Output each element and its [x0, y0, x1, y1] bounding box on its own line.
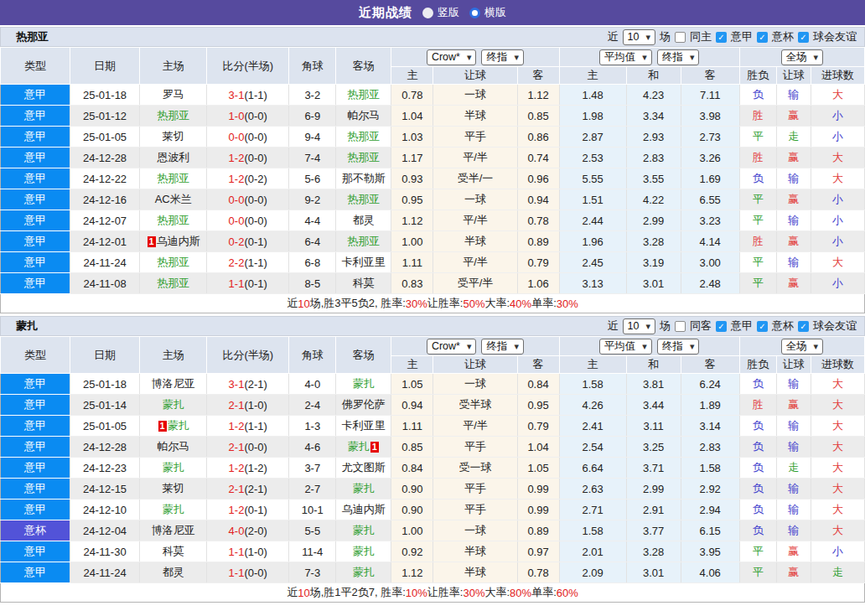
- summary-stat-value: 30%: [463, 587, 484, 599]
- filter-checkbox-0[interactable]: ✓: [716, 32, 727, 43]
- average-group-header: 平均值▾ 终指▾: [559, 48, 739, 67]
- summary-stat-value: 30%: [557, 298, 578, 310]
- goals-result-cell: 大: [811, 374, 864, 395]
- bookmaker-select[interactable]: Crow*▾: [427, 49, 477, 65]
- away-team-name: 蒙扎: [348, 440, 370, 453]
- summary-stat-value: 80%: [510, 587, 531, 599]
- home-odds-cell: 0.95: [391, 189, 433, 210]
- fulltime-select[interactable]: 全场▾: [781, 339, 824, 355]
- filter-checkbox-2[interactable]: ✓: [798, 32, 809, 43]
- score-cell: 1-2(0-1): [207, 500, 289, 520]
- red-card-badge: 1: [148, 236, 156, 247]
- radio-vertical-icon[interactable]: [422, 8, 433, 18]
- filter-checkbox-0[interactable]: ✓: [716, 321, 727, 332]
- corners-cell: 5-5: [289, 520, 336, 541]
- away-odds-cell: 0.96: [517, 168, 559, 189]
- halftime-score: (0-0): [244, 194, 267, 206]
- goals-result-cell: 大: [811, 395, 864, 416]
- final-odds-select[interactable]: 终指▾: [481, 49, 524, 65]
- away-team-name: 尤文图斯: [342, 461, 386, 474]
- stats-summary: 近10场,胜3平5负2, 胜率:30% 让胜率:50% 大率:40% 单率:30…: [0, 294, 865, 313]
- away-team-name: 蒙扎: [353, 545, 375, 557]
- corners-cell: 10-1: [289, 500, 336, 520]
- away-team-cell: 尤文图斯: [336, 458, 391, 479]
- fulltime-score: 2-2: [229, 256, 245, 269]
- filter-label-1: 意杯: [772, 318, 794, 334]
- home-odds-cell: 1.11: [391, 252, 433, 273]
- score-cell: 1-1(1-0): [207, 541, 289, 562]
- avg-home-cell: 4.26: [559, 395, 626, 416]
- handicap-result-cell: 赢: [776, 106, 811, 127]
- away-team-name: 蒙扎: [353, 482, 375, 494]
- layout-vertical-option[interactable]: 竖版: [422, 5, 459, 20]
- type-cell: 意甲: [1, 231, 70, 252]
- average-select[interactable]: 平均值▾: [599, 339, 652, 355]
- score-cell: 4-0(2-0): [207, 520, 289, 541]
- average-select[interactable]: 平均值▾: [599, 49, 652, 65]
- final-odds-select[interactable]: 终指▾: [481, 339, 524, 355]
- recent-count-select[interactable]: 10▾: [623, 29, 655, 45]
- same-venue-checkbox[interactable]: [675, 32, 686, 43]
- home-odds-cell: 0.83: [391, 273, 433, 294]
- halftime-score: (1-0): [244, 546, 267, 558]
- type-cell: 意甲: [1, 541, 70, 562]
- handicap-cell: 一球: [433, 374, 517, 395]
- fulltime-select[interactable]: 全场▾: [781, 49, 824, 65]
- summary-text: 单率:: [531, 585, 557, 600]
- radio-horizontal-icon[interactable]: [469, 8, 480, 18]
- filter-label-2: 球会友谊: [813, 318, 857, 334]
- handicap-cell: 平/半: [433, 148, 517, 168]
- avg-home-cell: 1.58: [559, 520, 626, 541]
- fulltime-score: 0-0: [229, 194, 245, 206]
- result-cell: 负: [739, 85, 776, 106]
- result-cell: 负: [739, 520, 776, 541]
- table-row: 意甲24-12-011乌迪内斯0-2(0-1)6-4热那亚1.00半球0.891…: [1, 231, 865, 252]
- home-team-cell: 科莫: [140, 541, 207, 562]
- filter-checkbox-1[interactable]: ✓: [757, 321, 768, 332]
- bookmaker-select[interactable]: Crow*▾: [427, 339, 477, 355]
- handicap-result-cell: 赢: [776, 562, 811, 583]
- handicap-result-cell: 输: [776, 500, 811, 520]
- avg-draw-cell: 4.23: [626, 85, 681, 106]
- final-odds-select[interactable]: 终指▾: [657, 49, 700, 65]
- filter-checkbox-1[interactable]: ✓: [757, 32, 768, 43]
- result-cell: 胜: [739, 106, 776, 127]
- filter-checkbox-2[interactable]: ✓: [798, 321, 809, 332]
- away-team-cell: 蒙扎: [336, 479, 391, 500]
- away-team-cell: 蒙扎: [336, 562, 391, 583]
- col-away: 客场: [336, 337, 391, 374]
- handicap-cell: 半球: [433, 562, 517, 583]
- final-odds-select[interactable]: 终指▾: [657, 339, 700, 355]
- date-cell: 24-12-23: [70, 458, 140, 479]
- recent-count-select[interactable]: 10▾: [623, 318, 655, 334]
- layout-horizontal-option[interactable]: 横版: [469, 5, 506, 20]
- avg-draw-cell: 3.77: [626, 520, 681, 541]
- away-odds-cell: 1.06: [517, 273, 559, 294]
- halftime-score: (1-1): [244, 89, 267, 101]
- away-odds-cell: 0.89: [517, 520, 559, 541]
- handicap-cell: 受一球: [433, 458, 517, 479]
- goals-result-cell: 大: [811, 520, 864, 541]
- avg-home-cell: 2.54: [559, 437, 626, 458]
- date-cell: 24-12-28: [70, 148, 140, 168]
- result-cell: 负: [739, 374, 776, 395]
- avg-home-cell: 2.44: [559, 210, 626, 231]
- home-team-cell: 罗马: [140, 85, 207, 106]
- chevron-down-icon: ▾: [690, 53, 695, 62]
- home-odds-cell: 0.90: [391, 500, 433, 520]
- avg-draw-cell: 3.34: [626, 106, 681, 127]
- handicap-result-cell: 输: [776, 479, 811, 500]
- handicap-result-cell: 输: [776, 210, 811, 231]
- date-cell: 24-11-24: [70, 562, 140, 583]
- away-team-name: 科莫: [353, 277, 375, 289]
- handicap-result-cell: 走: [776, 127, 811, 148]
- avg-draw-cell: 3.71: [626, 458, 681, 479]
- result-cell: 负: [739, 168, 776, 189]
- handicap-cell: 半球: [433, 541, 517, 562]
- fulltime-score: 1-2: [229, 173, 245, 185]
- same-venue-checkbox[interactable]: [675, 321, 686, 332]
- summary-stat-value: 10: [298, 587, 309, 599]
- score-cell: 0-0(0-0): [207, 127, 289, 148]
- handicap-cell: 半球: [433, 231, 517, 252]
- handicap-result-cell: 赢: [776, 231, 811, 252]
